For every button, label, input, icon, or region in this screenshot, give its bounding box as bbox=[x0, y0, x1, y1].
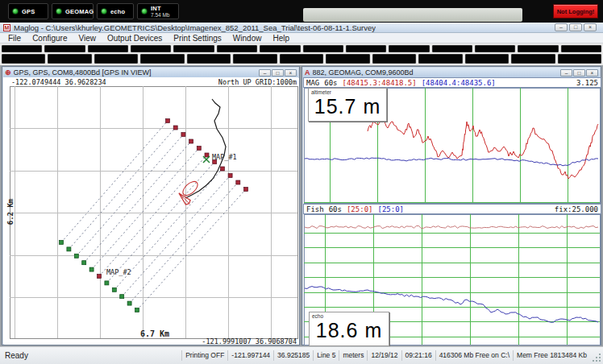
plot-window-title: 882, GEOMAG, COM9,9600Bd bbox=[313, 68, 559, 77]
waypoint-marker-green bbox=[135, 308, 139, 312]
waypoint-marker-green bbox=[120, 295, 124, 299]
waypoint-marker-green bbox=[89, 267, 94, 271]
plot-window-titlebar[interactable]: A 882, GEOMAG, COM9,9600Bd – □ × bbox=[303, 68, 600, 77]
status-line: Line 5 bbox=[313, 350, 339, 361]
map-horizontal-scale: 6.7 Km bbox=[140, 329, 169, 338]
value-display bbox=[140, 54, 184, 64]
status-ready: Ready bbox=[0, 351, 181, 360]
map-window-titlebar[interactable]: ⊕ GPS, GPS, COM8,4800Bd [GPS IN VIEW] – … bbox=[3, 68, 298, 77]
waypoint-marker-red bbox=[173, 126, 177, 130]
waypoint-marker-green bbox=[127, 301, 131, 305]
status-printing: Printing OFF bbox=[181, 350, 227, 361]
mag-scale: 3.125 bbox=[576, 79, 598, 87]
value-display bbox=[372, 54, 416, 64]
status-longitude: -121.997144 bbox=[227, 350, 273, 361]
waypoint-marker-red bbox=[189, 139, 193, 143]
menu-output-devices[interactable]: Output Devices bbox=[102, 33, 168, 43]
waypoint-1-label: MAP_#1 bbox=[212, 153, 237, 161]
value-display bbox=[2, 45, 42, 52]
status-bar: Ready Printing OFF -121.997144 36.925185… bbox=[0, 346, 603, 364]
mag-plot-header: MAG 60s [48415.3:48418.5] [48404.4:48435… bbox=[303, 77, 601, 88]
menu-print-settings[interactable]: Print Settings bbox=[168, 33, 227, 43]
altimeter-value: 15.7 m bbox=[311, 95, 384, 118]
status-units: meters bbox=[339, 350, 367, 361]
maximize-icon[interactable]: □ bbox=[573, 69, 585, 77]
value-display bbox=[94, 54, 138, 64]
value-display bbox=[561, 45, 601, 52]
indicator-geomag[interactable]: GEOMAG bbox=[52, 3, 94, 19]
main-window-title: Maglog - C:\Users\khurley.GEOMETRICS\Des… bbox=[14, 23, 376, 32]
waypoint-marker-green bbox=[82, 261, 86, 265]
map-vertical-scale: 6.2 Km bbox=[6, 198, 15, 225]
indicator-echo[interactable]: echo bbox=[97, 3, 134, 19]
value-display bbox=[511, 54, 555, 64]
value-display bbox=[131, 45, 171, 52]
waypoint-marker-red bbox=[166, 119, 170, 123]
trace-plot-canvas[interactable] bbox=[303, 88, 601, 345]
minimize-icon[interactable]: – bbox=[560, 69, 572, 77]
mag-range-blue: [48404.4:48435.6] bbox=[422, 79, 496, 87]
waypoint-marker-map2 bbox=[98, 275, 102, 279]
minimize-icon[interactable]: – bbox=[259, 69, 271, 77]
indicator-label: GEOMAG bbox=[65, 8, 94, 15]
survey-map-canvas[interactable]: -122.0749444 36.9628234 North UP GRID:10… bbox=[4, 78, 299, 345]
status-disk-free: 416306 Mb Free on C:\ bbox=[435, 350, 513, 361]
waypoint-marker-red bbox=[197, 147, 201, 151]
indicator-label: GPS bbox=[22, 8, 35, 15]
map-corner-coordinates: -121.9991007 36.9068704 bbox=[202, 337, 297, 345]
green-led-icon bbox=[141, 8, 148, 14]
value-display bbox=[475, 45, 515, 52]
background-window-glimpse bbox=[303, 8, 522, 22]
waypoint-marker-red bbox=[220, 167, 224, 171]
map-grid-label: North UP GRID:1000m bbox=[218, 78, 297, 86]
waypoint-marker-red bbox=[228, 174, 232, 178]
map-window-title: GPS, GPS, COM8,4800Bd [GPS IN VIEW] bbox=[14, 68, 256, 77]
value-display bbox=[346, 45, 386, 52]
geomag-plot-window: A 882, GEOMAG, COM9,9600Bd – □ × MAG 60s… bbox=[302, 66, 601, 345]
value-display bbox=[558, 54, 601, 64]
close-icon[interactable]: × bbox=[586, 69, 598, 77]
value-display bbox=[217, 45, 257, 52]
resize-grip[interactable] bbox=[592, 353, 601, 362]
not-logging-button[interactable]: Not Logging! bbox=[553, 4, 598, 19]
maglog-application: GPS GEOMAG echo INT 7.54 Mb Not Logging!… bbox=[0, 0, 603, 364]
menu-configure[interactable]: Configure bbox=[27, 33, 73, 43]
map-cursor-coordinates: -122.0749444 36.9628234 bbox=[11, 78, 106, 86]
waypoint-marker-red bbox=[244, 188, 248, 192]
value-display bbox=[465, 54, 509, 64]
maximize-icon[interactable]: □ bbox=[569, 23, 582, 31]
menu-help[interactable]: Help bbox=[267, 33, 295, 43]
menu-window[interactable]: Window bbox=[227, 33, 268, 43]
toolbar-display-row-1 bbox=[2, 45, 601, 52]
fish-interval: 60s bbox=[329, 205, 342, 213]
value-display bbox=[260, 45, 300, 52]
waypoint-2-label: MAP_#2 bbox=[106, 268, 131, 276]
sensor-icon: A bbox=[305, 69, 310, 77]
value-display bbox=[389, 45, 429, 52]
waypoint-marker-red bbox=[236, 180, 240, 184]
mag-range-red: [48415.3:48418.5] bbox=[343, 79, 417, 87]
waypoint-marker-red bbox=[181, 133, 185, 137]
fish-range-red: [25:0] bbox=[347, 205, 373, 213]
value-display bbox=[518, 45, 558, 52]
close-icon[interactable]: × bbox=[584, 23, 597, 31]
value-display bbox=[88, 45, 128, 52]
menu-file[interactable]: File bbox=[2, 33, 27, 43]
indicator-gps[interactable]: GPS bbox=[8, 3, 48, 19]
altimeter-label: altimeter bbox=[311, 89, 384, 95]
maximize-icon[interactable]: □ bbox=[272, 69, 284, 77]
waypoint-marker-green bbox=[74, 254, 78, 258]
waypoint-marker-red bbox=[205, 153, 209, 157]
green-led-icon bbox=[101, 8, 107, 14]
indicator-int[interactable]: INT 7.54 Mb bbox=[137, 3, 179, 19]
main-title-bar[interactable]: M Maglog - C:\Users\khurley.GEOMETRICS\D… bbox=[0, 23, 603, 33]
mag-interval: 60s bbox=[324, 79, 337, 87]
green-led-icon bbox=[12, 8, 19, 14]
status-latitude: 36.925185 bbox=[273, 350, 313, 361]
fish-plot-header: Fish 60s [25:0] [25:0] fix:25.000 bbox=[303, 204, 601, 214]
menu-view[interactable]: View bbox=[73, 33, 102, 43]
fish-range-blue: [25:0] bbox=[377, 205, 404, 213]
close-icon[interactable]: × bbox=[285, 69, 297, 77]
mag-label: MAG bbox=[306, 79, 319, 87]
minimize-icon[interactable]: – bbox=[555, 23, 568, 31]
